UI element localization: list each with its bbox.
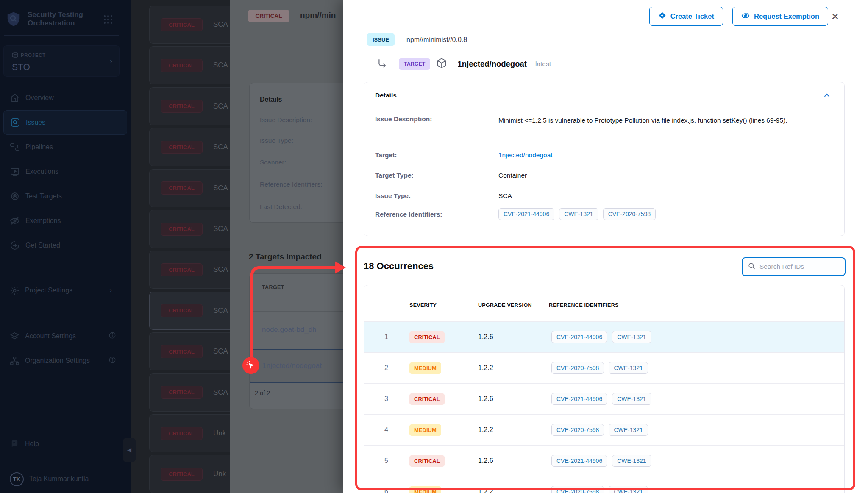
issue-list-item[interactable]: CRITICALUnk xyxy=(149,455,230,493)
request-exemption-button[interactable]: Request Exemption xyxy=(732,7,828,26)
project-selector[interactable]: PROJECT STO › xyxy=(3,45,120,77)
occurrence-row[interactable]: 3CRITICAL1.2.6CVE-2021-44906CWE-1321 xyxy=(364,383,844,414)
search-input[interactable] xyxy=(760,263,832,270)
sidebar-collapse-handle[interactable]: ◀ xyxy=(123,438,136,462)
issue-list-item[interactable]: CRITICALSCA xyxy=(149,128,230,166)
issue-list-item[interactable]: CRITICALSCA xyxy=(149,46,230,84)
reference-chip[interactable]: CWE-1321 xyxy=(609,362,648,374)
reference-chip[interactable]: CWE-1321 xyxy=(559,208,598,220)
sidebar-item-label: Overview xyxy=(25,94,54,102)
info-icon xyxy=(108,356,116,365)
issue-list-item[interactable]: CRITICALUnk xyxy=(149,414,230,452)
field-label: Target: xyxy=(375,151,397,159)
issue-list-item[interactable]: CRITICALSCA xyxy=(149,332,230,370)
target-tag: latest xyxy=(535,60,551,68)
issues-list-panel: CRITICALSCACRITICALSCACRITICALSCACRITICA… xyxy=(131,0,230,493)
issue-list-item[interactable]: CRITICALSCA xyxy=(149,373,230,412)
sidebar-item-help[interactable]: ? Help xyxy=(0,433,131,454)
reference-chip[interactable]: CVE-2021-44906 xyxy=(498,208,554,220)
sidebar-item-overview[interactable]: Overview xyxy=(0,86,131,110)
column-header-target: TARGET xyxy=(262,284,284,290)
reference-chip[interactable]: CWE-1321 xyxy=(609,424,648,436)
issue-summary-panel: CRITICAL npm//min Details Issue Descript… xyxy=(230,0,343,493)
sidebar-item-pipelines[interactable]: Pipelines xyxy=(0,135,131,159)
reference-chip[interactable]: CVE-2021-44906 xyxy=(551,331,607,343)
occurrences-table: SEVERITY UPGRADE VERSION REFERENCE IDENT… xyxy=(364,285,845,493)
column-header-upgrade-version: UPGRADE VERSION xyxy=(478,302,532,308)
severity-badge: CRITICAL xyxy=(409,455,445,467)
create-ticket-button[interactable]: Create Ticket xyxy=(649,7,723,26)
target-type-value: Container xyxy=(498,172,527,179)
issue-list-item[interactable]: CRITICALSCA xyxy=(149,87,230,125)
help-chat-icon: ? xyxy=(10,439,19,449)
issue-detail-drawer: Create Ticket Request Exemption ✕ ISSUE … xyxy=(343,0,868,493)
issue-type-label: SCA xyxy=(213,20,228,29)
issue-list-item[interactable]: CRITICALSCA xyxy=(149,210,230,248)
gear-icon xyxy=(10,286,19,295)
sidebar-item-executions[interactable]: Executions xyxy=(0,159,131,184)
sidebar-nav: Security Testing Orchestration PROJECT S… xyxy=(0,0,131,493)
chevron-up-icon[interactable] xyxy=(822,91,832,102)
sidebar-item-organization-settings[interactable]: Organization Settings xyxy=(0,350,131,371)
reference-identifier-chips: CVE-2021-44906CWE-1321 xyxy=(551,455,651,467)
reference-chip[interactable]: CVE-2020-7598 xyxy=(551,486,604,493)
sidebar-item-label: Exemptions xyxy=(25,217,61,225)
occurrence-row[interactable]: 2MEDIUM1.2.2CVE-2020-7598CWE-1321 xyxy=(364,352,844,383)
issue-type-label: SCA xyxy=(213,61,228,70)
reference-chip[interactable]: CWE-1321 xyxy=(609,486,648,493)
sidebar-divider xyxy=(4,314,119,314)
close-icon[interactable]: ✕ xyxy=(831,11,839,22)
row-number: 2 xyxy=(384,364,388,372)
column-header-reference-identifiers: REFERENCE IDENTIFIERS xyxy=(549,302,619,308)
app-title: Security Testing Orchestration xyxy=(28,11,91,27)
occurrence-row[interactable]: 6MEDIUM1.2.2CVE-2020-7598CWE-1321 xyxy=(364,476,844,493)
issue-type-value: SCA xyxy=(498,192,512,200)
target-row[interactable]: node.goat-bd_dh xyxy=(262,326,317,334)
sidebar-item-exemptions[interactable]: Exemptions xyxy=(0,209,131,233)
severity-badge: CRITICAL xyxy=(161,386,203,399)
request-exemption-label: Request Exemption xyxy=(754,12,819,20)
occurrence-row[interactable]: 5CRITICAL1.2.6CVE-2021-44906CWE-1321 xyxy=(364,445,844,476)
search-ref-ids-box[interactable] xyxy=(742,257,846,276)
issue-list-item[interactable]: CRITICALSCA xyxy=(149,169,230,207)
reference-chip[interactable]: CVE-2020-7598 xyxy=(603,208,656,220)
occurrence-row[interactable]: 1CRITICAL1.2.6CVE-2021-44906CWE-1321 xyxy=(364,321,844,352)
issue-type-label: SCA xyxy=(213,184,228,192)
svg-text:?: ? xyxy=(13,440,15,445)
reference-chip[interactable]: CWE-1321 xyxy=(612,393,651,405)
sidebar-item-label: Pipelines xyxy=(25,143,53,151)
sidebar-item-account-settings[interactable]: Account Settings xyxy=(0,326,131,347)
reference-chip[interactable]: CVE-2021-44906 xyxy=(551,455,607,467)
reference-chip[interactable]: CVE-2021-44906 xyxy=(551,393,607,405)
reference-chip[interactable]: CVE-2020-7598 xyxy=(551,424,604,436)
issue-list-item[interactable]: CRITICALSCA xyxy=(149,251,230,289)
target-link[interactable]: 1njected/nodegoat xyxy=(498,151,553,159)
sidebar-item-issues[interactable]: Issues xyxy=(3,110,127,135)
targets-impacted-heading: 2 Targets Impacted xyxy=(249,252,322,262)
reference-chip[interactable]: CWE-1321 xyxy=(612,455,651,467)
reference-chip[interactable]: CVE-2020-7598 xyxy=(551,362,604,374)
issue-list-item[interactable]: CRITICALSCA xyxy=(149,6,230,44)
sidebar-item-get-started[interactable]: Get Started xyxy=(0,233,131,258)
severity-badge: MEDIUM xyxy=(409,424,441,436)
sidebar-divider xyxy=(4,423,119,423)
module-grid-icon[interactable] xyxy=(103,14,113,25)
severity-badge: CRITICAL xyxy=(409,393,445,405)
diamond-ticket-icon xyxy=(658,11,666,21)
upgrade-version: 1.2.2 xyxy=(478,426,493,434)
column-header-severity: SEVERITY xyxy=(409,302,437,308)
sidebar-item-test-targets[interactable]: Test Targets xyxy=(0,184,131,209)
sidebar-user[interactable]: TK Teja Kummarikuntla xyxy=(0,468,131,490)
occurrence-row[interactable]: 4MEDIUM1.2.2CVE-2020-7598CWE-1321 xyxy=(364,414,844,445)
issue-name: npm//minimist//0.0.8 xyxy=(406,36,467,44)
eye-off-icon xyxy=(10,216,20,226)
sidebar-item-project-settings[interactable]: Project Settings › xyxy=(0,280,131,301)
reference-identifier-chips: CVE-2021-44906CWE-1321CVE-2020-7598 xyxy=(498,208,656,220)
severity-badge: MEDIUM xyxy=(409,362,441,374)
issue-list-item[interactable]: CRITICALSCA xyxy=(149,292,230,330)
target-row-selected[interactable]: 1njected/nodegoat xyxy=(262,362,322,370)
reference-chip[interactable]: CWE-1321 xyxy=(612,331,651,343)
issue-type-label: SCA xyxy=(213,225,228,233)
row-number: 4 xyxy=(384,426,388,434)
severity-badge: CRITICAL xyxy=(161,345,203,358)
